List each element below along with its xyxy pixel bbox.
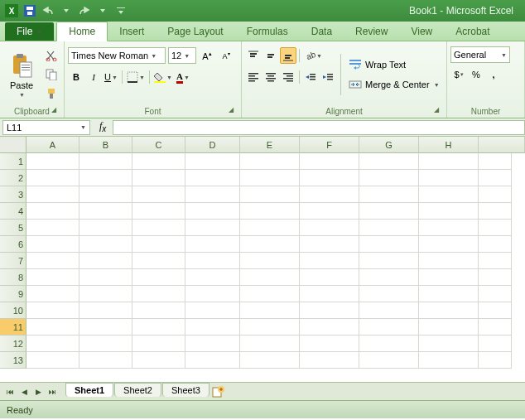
cell[interactable] — [132, 253, 185, 269]
column-header-E[interactable]: E — [240, 137, 300, 153]
row-header-6[interactable]: 6 — [0, 236, 26, 253]
merge-center-button[interactable]: Merge & Center▼ — [345, 75, 443, 94]
cell[interactable] — [300, 186, 359, 203]
cell[interactable] — [300, 220, 359, 236]
cell[interactable] — [132, 153, 185, 170]
cell[interactable] — [419, 170, 479, 186]
cell[interactable] — [300, 286, 359, 302]
cell[interactable] — [240, 269, 300, 286]
row-header-1[interactable]: 1 — [0, 153, 26, 170]
column-header-D[interactable]: D — [185, 137, 240, 153]
cell[interactable] — [240, 352, 300, 369]
cell[interactable] — [240, 236, 300, 253]
cell[interactable] — [185, 319, 240, 336]
cell[interactable] — [479, 186, 512, 203]
decrease-indent-button[interactable] — [302, 69, 319, 85]
cell[interactable] — [26, 220, 79, 236]
cell[interactable] — [479, 170, 512, 186]
comma-button[interactable]: , — [485, 66, 502, 83]
cell[interactable] — [79, 319, 132, 336]
column-header-F[interactable]: F — [300, 137, 359, 153]
cell[interactable] — [300, 269, 359, 286]
cell[interactable] — [359, 236, 419, 253]
fx-button[interactable]: fx — [96, 120, 109, 133]
cell[interactable] — [419, 153, 479, 170]
paste-button[interactable]: Paste ▼ — [3, 44, 40, 105]
sheet-tab-sheet1[interactable]: Sheet1 — [65, 383, 113, 397]
font-color-button[interactable]: A▼ — [175, 69, 191, 85]
row-header-9[interactable]: 9 — [0, 286, 26, 302]
qat-customize-icon[interactable] — [113, 2, 129, 19]
cell[interactable] — [132, 269, 185, 286]
italic-button[interactable]: I — [85, 69, 102, 85]
cell[interactable] — [79, 352, 132, 369]
shrink-font-button[interactable]: A▾ — [218, 47, 234, 64]
cell[interactable] — [359, 336, 419, 352]
row-header-11[interactable]: 11 — [0, 319, 26, 336]
cell[interactable] — [26, 170, 79, 186]
row-header-12[interactable]: 12 — [0, 336, 26, 352]
align-center-button[interactable] — [262, 69, 279, 85]
cell[interactable] — [359, 302, 419, 319]
cell[interactable] — [240, 336, 300, 352]
cell[interactable] — [359, 220, 419, 236]
cell[interactable] — [240, 220, 300, 236]
font-size-combo[interactable]: 12▼ — [168, 47, 196, 64]
cell[interactable] — [419, 269, 479, 286]
cell[interactable] — [419, 319, 479, 336]
cell[interactable] — [300, 336, 359, 352]
cell[interactable] — [479, 236, 512, 253]
cell[interactable] — [185, 302, 240, 319]
column-header-G[interactable]: G — [359, 137, 419, 153]
tab-review[interactable]: Review — [344, 22, 399, 41]
align-right-button[interactable] — [280, 69, 296, 85]
cell[interactable] — [419, 302, 479, 319]
cell[interactable] — [419, 336, 479, 352]
dialog-launcher-icon[interactable]: ◢ — [226, 106, 236, 116]
select-all-corner[interactable] — [0, 137, 26, 153]
cell[interactable] — [132, 203, 185, 220]
cell[interactable] — [132, 286, 185, 302]
new-sheet-button[interactable] — [210, 385, 227, 398]
tab-view[interactable]: View — [399, 22, 444, 41]
cell[interactable] — [26, 319, 79, 336]
cell[interactable] — [359, 153, 419, 170]
name-box[interactable]: L11▼ — [2, 120, 90, 135]
cell[interactable] — [185, 203, 240, 220]
cell[interactable] — [26, 352, 79, 369]
cell[interactable] — [479, 269, 512, 286]
align-bottom-button[interactable] — [280, 47, 296, 64]
sheet-nav-last[interactable]: ⏭ — [46, 385, 59, 398]
cell[interactable] — [26, 236, 79, 253]
row-header-10[interactable]: 10 — [0, 302, 26, 319]
underline-button[interactable]: U▼ — [103, 69, 119, 85]
font-name-combo[interactable]: Times New Roman▼ — [68, 47, 166, 64]
cell[interactable] — [300, 203, 359, 220]
cell[interactable] — [132, 336, 185, 352]
cell[interactable] — [359, 269, 419, 286]
cell[interactable] — [300, 236, 359, 253]
cell[interactable] — [79, 186, 132, 203]
align-top-button[interactable] — [245, 47, 262, 64]
save-icon[interactable] — [22, 2, 38, 19]
border-button[interactable]: ▼ — [125, 69, 147, 85]
column-header-H[interactable]: H — [419, 137, 479, 153]
cell[interactable] — [300, 153, 359, 170]
cell[interactable] — [132, 352, 185, 369]
cell[interactable] — [419, 286, 479, 302]
row-header-4[interactable]: 4 — [0, 203, 26, 220]
cell[interactable] — [419, 186, 479, 203]
formula-input[interactable] — [113, 120, 525, 135]
cell[interactable] — [479, 319, 512, 336]
number-format-combo[interactable]: General▼ — [450, 46, 510, 63]
cell[interactable] — [359, 253, 419, 269]
cell[interactable] — [479, 253, 512, 269]
sheet-nav-first[interactable]: ⏮ — [3, 385, 17, 398]
cell[interactable] — [185, 253, 240, 269]
cell[interactable] — [479, 220, 512, 236]
cell[interactable] — [479, 203, 512, 220]
undo-icon[interactable] — [40, 2, 56, 19]
cell[interactable] — [185, 336, 240, 352]
cell[interactable] — [240, 319, 300, 336]
column-header-B[interactable]: B — [79, 137, 132, 153]
